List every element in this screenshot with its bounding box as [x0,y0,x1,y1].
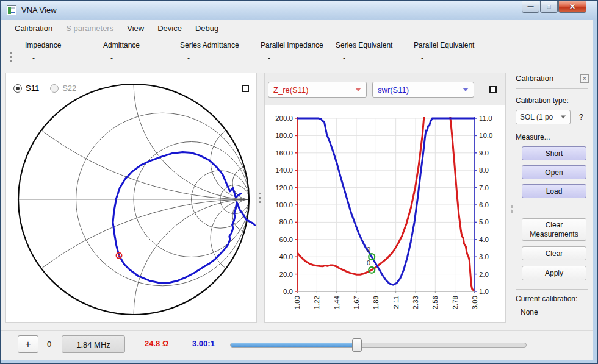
toolbar-col-series-equivalent: Series Equivalent- [336,41,392,62]
left-trace-dropdown-value: Z_re(S11) [273,85,309,95]
app-icon [7,5,16,15]
menu-item-device[interactable]: Device [151,21,189,35]
right-trace-dropdown-value: swr(S11) [378,85,409,95]
svg-text:120.0: 120.0 [275,184,293,191]
svg-text:10.0: 10.0 [479,132,492,139]
toolbar-label: Parallel Impedance [261,41,323,49]
svg-text:0.0: 0.0 [283,288,293,295]
right-trace-dropdown[interactable]: swr(S11) [372,82,474,98]
toolbar-grip-icon[interactable] [10,52,12,62]
toolbar-label: Admittance [103,41,140,49]
xy-plot-panel: Z_re(S11) swr(S11) 200.011.0180.010.0160… [264,73,506,323]
radio-s22[interactable]: S22 [50,84,76,93]
svg-text:11.0: 11.0 [479,115,492,122]
chevron-down-icon [463,88,469,91]
menu-item-view[interactable]: View [120,21,151,35]
smith-expand-icon[interactable] [242,85,249,92]
window-border [1,360,597,363]
splitter-grip-icon[interactable] [259,193,262,203]
svg-text:2.78: 2.78 [452,296,459,309]
sidebar-grip-icon [511,205,513,213]
svg-text:40.0: 40.0 [279,253,293,260]
toolbar-value: - [32,54,61,62]
svg-text:7.0: 7.0 [479,184,489,191]
calibration-sidebar: Calibration ✕ Calibration type: SOL (1 p… [506,73,593,327]
xy-plot: 200.011.0180.010.0160.09.0140.08.0120.07… [265,73,506,322]
vna-view-window: VNA View — □ ✕ CalibrationS parametersVi… [0,0,598,364]
measurement-toolbar: Impedance-Admittance-Series Admittance-P… [1,37,597,65]
radio-s22-dot-icon[interactable] [50,84,59,93]
sidebar-title: Calibration [516,74,553,83]
menu-item-debug[interactable]: Debug [189,21,225,35]
plot-expand-icon[interactable] [489,86,497,93]
window-title: VNA View [21,5,57,15]
title-bar: VNA View — □ ✕ [1,1,597,20]
svg-text:60.0: 60.0 [279,236,293,243]
menu-item-calibration[interactable]: Calibration [8,21,59,35]
main-content: S11 S22 [1,65,597,327]
toolbar-col-parallel-equivalent: Parallel Equivalent- [414,41,474,62]
svg-text:0: 0 [367,259,370,266]
svg-text:140.0: 140.0 [275,166,293,174]
radio-s11[interactable]: S11 [13,84,39,93]
measure-label: Measure... [516,133,589,141]
menu-bar: CalibrationS parametersViewDeviceDebug [1,20,597,37]
help-link[interactable]: ? [579,113,583,121]
chevron-down-icon [561,115,566,118]
slider-fill [231,343,357,347]
frequency-button[interactable]: 1.84 MHz [62,335,125,353]
svg-text:1.00: 1.00 [294,296,301,309]
chevron-down-icon [355,88,361,91]
add-marker-button[interactable]: + [18,335,38,353]
window-controls: — □ ✕ [521,1,586,13]
marker-index: 0 [47,340,51,349]
svg-text:0: 0 [367,246,370,253]
svg-text:5.0: 5.0 [479,218,489,226]
divider [516,289,588,290]
svg-text:1.44: 1.44 [333,295,340,309]
svg-text:160.0: 160.0 [275,149,293,157]
series-z-re-s11 [297,73,474,290]
current-calibration-label: Current calibration: [516,294,589,303]
toolbar-label: Parallel Equivalent [414,41,474,49]
clear-button[interactable]: Clear [522,246,586,260]
toolbar-col-impedance: Impedance- [25,41,61,62]
maximize-button[interactable]: □ [540,1,558,13]
calibration-type-value: SOL (1 po [520,113,553,121]
svg-text:3.00: 3.00 [471,296,478,309]
left-trace-dropdown[interactable]: Z_re(S11) [268,82,367,98]
toolbar-value: - [187,54,239,62]
sidebar-close-icon[interactable]: ✕ [580,74,589,83]
open-button[interactable]: Open [522,165,586,179]
toolbar-label: Impedance [25,41,61,49]
load-button[interactable]: Load [522,184,586,198]
svg-text:3.0: 3.0 [479,253,489,260]
svg-text:2.33: 2.33 [412,296,419,309]
short-button[interactable]: Short [522,146,586,160]
radio-s11-dot-icon[interactable] [13,84,22,93]
menu-item-s-parameters: S parameters [59,21,120,35]
toolbar-col-parallel-impedance: Parallel Impedance- [261,41,323,62]
smith-chart [6,73,258,322]
svg-text:180.0: 180.0 [275,132,293,139]
svg-text:20.0: 20.0 [279,271,293,278]
apply-button[interactable]: Apply [522,266,586,280]
svg-text:1.67: 1.67 [353,296,360,309]
calibration-type-label: Calibration type: [516,96,589,105]
smith-chart-panel: S11 S22 [5,73,257,323]
calibration-type-dropdown[interactable]: SOL (1 po [516,110,571,124]
clear-measurements-button[interactable]: Clear Measurements [522,218,586,241]
s11-trace [113,152,255,284]
trace-selector: S11 S22 [13,84,76,93]
svg-text:100.0: 100.0 [275,201,293,209]
close-button[interactable]: ✕ [558,1,586,13]
window-border [593,20,597,364]
slider-thumb[interactable] [352,338,362,352]
radio-s22-label: S22 [62,84,76,93]
swr-readout: 3.00:1 [192,339,215,348]
svg-text:200.0: 200.0 [275,115,293,122]
svg-text:80.0: 80.0 [279,218,293,226]
minimize-button[interactable]: — [522,1,539,13]
frequency-slider[interactable] [230,343,527,348]
panel-splitter[interactable] [257,73,264,323]
